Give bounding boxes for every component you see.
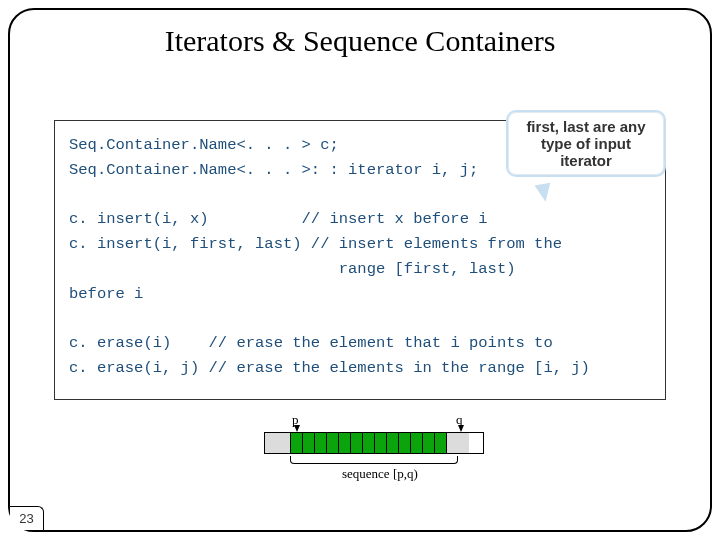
bar-cell [291, 433, 303, 453]
page-number: 23 [10, 506, 44, 530]
sequence-diagram: p q sequence [p,q) [264, 414, 484, 486]
arrow-down-icon [458, 425, 464, 432]
bar-cell [387, 433, 399, 453]
code-line: c. insert(i, first, last) // insert elem… [69, 232, 651, 257]
bar-cell [351, 433, 363, 453]
code-comment: // insert x before i [302, 210, 488, 228]
code-line: c. erase(i) // erase the element that i … [69, 331, 651, 356]
bar-cell [327, 433, 339, 453]
code-comment: // insert elements from the [311, 235, 562, 253]
code-call: c. insert(i, x) [69, 210, 209, 228]
code-comment: // erase the elements in the range [i, j… [209, 359, 590, 377]
code-comment: // erase the element that i points to [209, 334, 553, 352]
bar-cell [375, 433, 387, 453]
bar-strip [264, 432, 484, 454]
bar-outside-left [265, 433, 291, 453]
code-call: c. erase(i) [69, 334, 171, 352]
code-line: c. insert(i, x) // insert x before i [69, 207, 651, 232]
slide-frame: Iterators & Sequence Containers first, l… [8, 8, 712, 532]
code-line: range [first, last) [69, 257, 651, 282]
code-line [69, 183, 651, 208]
bar-cell [363, 433, 375, 453]
code-line: c. erase(i, j) // erase the elements in … [69, 356, 651, 381]
bar-outside-right [447, 433, 469, 453]
code-call: c. erase(i, j) [69, 359, 199, 377]
bracket-icon [290, 456, 458, 464]
label-sequence: sequence [p,q) [342, 466, 418, 482]
bar-cell [315, 433, 327, 453]
code-comment: range [first, last) [339, 260, 516, 278]
bar-cell [399, 433, 411, 453]
bar-cell [303, 433, 315, 453]
slide-title: Iterators & Sequence Containers [10, 24, 710, 58]
bar-cell [339, 433, 351, 453]
code-line [69, 307, 651, 332]
code-call: c. insert(i, first, last) [69, 235, 302, 253]
bar-cell [423, 433, 435, 453]
bar-cell [411, 433, 423, 453]
callout-pointer [535, 183, 554, 204]
callout-note: first, last are any type of input iterat… [506, 110, 666, 177]
code-line: before i [69, 282, 651, 307]
bar-cell [435, 433, 447, 453]
arrow-down-icon [294, 425, 300, 432]
